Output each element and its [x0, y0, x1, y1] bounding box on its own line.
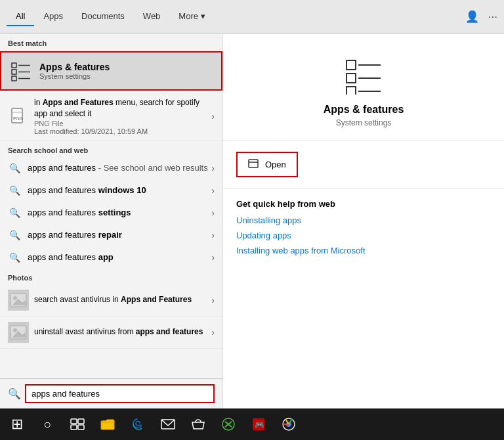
search-tabs: All Apps Documents Web More ▾ 👤 ··· [0, 0, 504, 34]
file-result-date: Last modified: 10/9/2021, 10:59 AM [34, 127, 211, 135]
main-content: Best match Apps & features System settin… [0, 34, 504, 408]
right-panel: Apps & features System settings Open Get… [223, 34, 504, 408]
web-item-3[interactable]: 🔍 apps and features repair › [0, 224, 222, 246]
web-section-label: Search school and web [0, 141, 222, 157]
task-view-button[interactable] [63, 410, 92, 439]
quick-help-link-1[interactable]: Updating apps [236, 231, 491, 240]
web-item-2[interactable]: 🔍 apps and features settings › [0, 202, 222, 224]
search-box-container: 🔍 [0, 378, 222, 408]
top-icons: 👤 ··· [465, 10, 497, 24]
chevron-icon-3: › [211, 230, 215, 240]
web-item-text-1: apps and features windows 10 [28, 185, 211, 195]
more-dots-icon[interactable]: ··· [488, 11, 497, 24]
svg-text:🎮: 🎮 [255, 420, 264, 429]
photo-item-text-1: uninstall avast antivirus from apps and … [34, 326, 211, 338]
photo-main-0: search avast antivirus in Apps and Featu… [34, 294, 211, 305]
right-app-title: Apps & features [324, 104, 404, 116]
file-result-text: in Apps and Features menu, search for sp… [34, 97, 211, 135]
photo-chevron-0: › [211, 295, 215, 305]
svg-rect-17 [346, 74, 356, 83]
right-app-icon [343, 54, 385, 96]
png-file-icon: PNG [8, 106, 29, 127]
start-button[interactable]: ⊞ [3, 410, 32, 439]
photo-main-1: uninstall avast antivirus from apps and … [34, 326, 211, 338]
photo-item-text-0: search avast antivirus in Apps and Featu… [34, 294, 211, 305]
chevron-icon-2: › [211, 208, 215, 218]
quick-help-title: Get quick help from web [236, 199, 491, 209]
search-box-icon: 🔍 [8, 387, 21, 400]
svg-rect-25 [71, 425, 77, 429]
person-icon[interactable]: 👤 [465, 10, 479, 24]
web-item-text-0: apps and features - See school and web r… [28, 163, 211, 173]
svg-text:PNG: PNG [13, 116, 23, 121]
best-match-label: Best match [0, 34, 222, 50]
left-panel: Best match Apps & features System settin… [0, 34, 223, 408]
xbox-button[interactable] [214, 410, 243, 439]
best-match-item[interactable]: Apps & features System settings [0, 51, 222, 91]
svg-point-10 [13, 296, 17, 300]
chevron-icon: › [211, 111, 215, 121]
web-item-text-3: apps and features repair [28, 230, 211, 240]
apps-features-icon [9, 59, 33, 83]
quick-help-link-0[interactable]: Uninstalling apps [236, 215, 491, 225]
svg-rect-23 [71, 419, 77, 424]
search-input[interactable] [25, 384, 215, 403]
photo-chevron-1: › [211, 327, 215, 338]
chevron-icon-0: › [211, 163, 215, 173]
best-match-text: Apps & features System settings [39, 62, 110, 80]
file-result-item[interactable]: PNG in Apps and Features menu, search fo… [0, 92, 222, 141]
svg-rect-19 [346, 87, 356, 95]
web-item-4[interactable]: 🔍 apps and features app › [0, 246, 222, 269]
best-match-subtitle: System settings [39, 72, 110, 80]
search-icon-0: 🔍 [8, 162, 21, 175]
svg-rect-21 [249, 160, 258, 167]
web-item-text-4: apps and features app [28, 252, 211, 262]
photo-item-0[interactable]: search avast antivirus in Apps and Featu… [0, 284, 222, 317]
search-icon-4: 🔍 [8, 251, 21, 264]
search-taskbar-button[interactable]: ○ [33, 410, 62, 439]
svg-rect-4 [12, 76, 16, 81]
red-app-button[interactable]: 🎮 [244, 410, 273, 439]
photos-label: Photos [0, 269, 222, 284]
open-window-icon [248, 158, 260, 171]
mail-button[interactable] [154, 410, 182, 439]
photo-thumb-0 [8, 290, 29, 311]
search-icon-1: 🔍 [8, 184, 21, 197]
svg-rect-24 [78, 419, 84, 424]
open-button-container: Open [223, 141, 504, 188]
tab-apps[interactable]: Apps [34, 7, 72, 26]
tab-more[interactable]: More ▾ [169, 7, 214, 26]
svg-point-13 [13, 328, 17, 332]
edge-browser-button[interactable] [123, 410, 152, 439]
chevron-icon-4: › [211, 252, 215, 263]
file-explorer-button[interactable] [93, 410, 122, 439]
svg-rect-15 [346, 60, 356, 70]
file-result-type: PNG File [34, 120, 211, 127]
search-icon-2: 🔍 [8, 206, 21, 219]
search-icon-3: 🔍 [8, 229, 21, 242]
chevron-icon-1: › [211, 185, 215, 196]
tab-web[interactable]: Web [134, 7, 170, 26]
svg-rect-0 [12, 63, 16, 68]
store-button[interactable] [184, 410, 213, 439]
web-item-text-2: apps and features settings [28, 208, 211, 217]
tab-documents[interactable]: Documents [72, 7, 134, 26]
best-match-title: Apps & features [39, 62, 110, 72]
photo-item-1[interactable]: uninstall avast antivirus from apps and … [0, 317, 222, 349]
photo-thumb-1 [8, 322, 29, 343]
file-result-main: in Apps and Features menu, search for sp… [34, 97, 211, 120]
taskbar: ⊞ ○ [0, 408, 504, 440]
tab-all[interactable]: All [7, 7, 34, 26]
right-app-subtitle: System settings [336, 118, 392, 127]
right-top: Apps & features System settings [223, 34, 504, 141]
open-button[interactable]: Open [236, 152, 298, 177]
web-item-0[interactable]: 🔍 apps and features - See school and web… [0, 157, 222, 179]
open-label: Open [265, 160, 286, 169]
svg-rect-2 [12, 70, 16, 74]
quick-help: Get quick help from web Uninstalling app… [223, 188, 504, 271]
quick-help-link-2[interactable]: Installing web apps from Microsoft [236, 246, 491, 255]
chrome-button[interactable] [274, 410, 303, 439]
web-item-1[interactable]: 🔍 apps and features windows 10 › [0, 179, 222, 202]
svg-rect-26 [78, 425, 84, 429]
